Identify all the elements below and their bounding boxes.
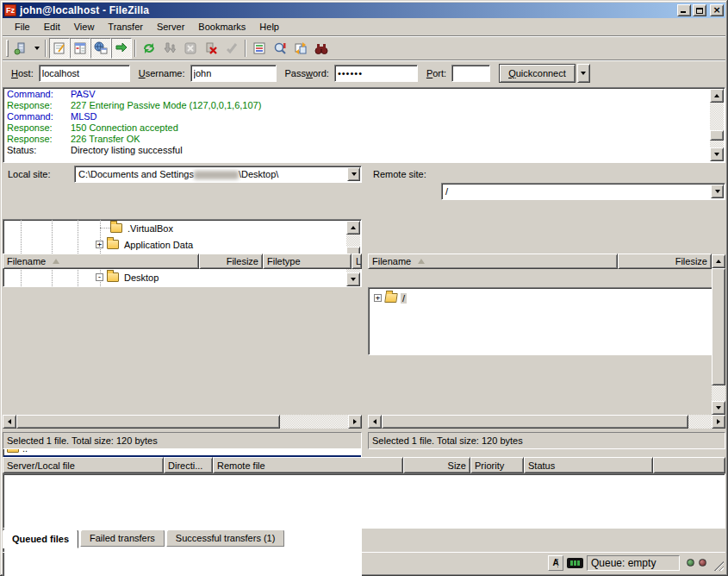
scroll-down-icon [716, 406, 721, 410]
remote-site-combo[interactable]: / [441, 183, 725, 200]
scroll-down-icon [351, 278, 356, 281]
process-queue-button[interactable] [159, 38, 180, 59]
menu-file[interactable]: File [8, 20, 37, 34]
scroll-right-button[interactable] [712, 415, 725, 429]
tab-failed-transfers[interactable]: Failed transfers [80, 529, 165, 547]
minimize-button[interactable] [677, 4, 691, 16]
menu-help[interactable]: Help [252, 20, 286, 34]
toggle-local-tree-button[interactable] [70, 38, 90, 59]
scroll-down-button[interactable] [710, 147, 724, 161]
log-label: Response: [3, 100, 71, 111]
column-header-filesize[interactable]: Filesize [199, 254, 263, 269]
message-log[interactable]: Command:PASV Response:227 Entering Passi… [3, 87, 725, 163]
scroll-up-button[interactable] [346, 221, 360, 235]
title-bar[interactable]: Fz john@localhost - FileZilla × [3, 3, 725, 18]
column-header-server-local-file[interactable]: Server/Local file [3, 457, 164, 473]
reconnect-button[interactable] [221, 38, 242, 59]
vertical-pane-splitter[interactable] [362, 166, 368, 449]
log-label: Response: [3, 134, 71, 145]
dropdown-arrow-icon [581, 72, 586, 75]
menu-server[interactable]: Server [150, 20, 191, 34]
toggle-message-log-button[interactable] [49, 38, 70, 59]
tree-item-label: Desktop [122, 272, 160, 283]
remote-site-dropdown-button[interactable] [711, 185, 724, 198]
host-input[interactable] [39, 65, 130, 82]
synchronized-browsing-button[interactable] [290, 38, 311, 59]
scrollbar-thumb[interactable] [382, 415, 688, 429]
directory-comparison-button[interactable] [270, 38, 290, 59]
transfer-queue-list[interactable] [3, 473, 725, 529]
username-input[interactable] [190, 65, 277, 82]
log-text: PASV [71, 89, 96, 100]
column-header-priority[interactable]: Priority [470, 457, 524, 473]
local-site-path: C:\Documents and Settings\Desktop\ [78, 169, 278, 179]
refresh-button[interactable] [139, 38, 159, 59]
scroll-left-button[interactable] [3, 415, 16, 429]
filezilla-window: Fz john@localhost - FileZilla × File Edi… [0, 0, 728, 576]
scrollbar-thumb[interactable] [710, 130, 724, 141]
tab-successful-transfers[interactable]: Successful transfers (1) [166, 529, 285, 547]
scroll-down-button[interactable] [346, 272, 360, 286]
remote-tree[interactable]: + / [368, 287, 725, 355]
port-input[interactable] [451, 65, 490, 82]
tree-item-root[interactable]: + / [374, 290, 407, 306]
toggle-remote-tree-button[interactable] [90, 38, 111, 59]
menu-transfer[interactable]: Transfer [101, 20, 150, 34]
column-header-status[interactable]: Status [524, 457, 653, 473]
local-site-combo[interactable]: C:\Documents and Settings\Desktop\ [74, 166, 362, 183]
column-header-size[interactable]: Size [403, 457, 470, 473]
collapse-icon[interactable]: - [96, 273, 103, 281]
local-horizontal-scrollbar[interactable] [3, 415, 362, 429]
tree-item-desktop[interactable]: - Desktop [96, 269, 160, 285]
expand-icon[interactable]: + [374, 294, 382, 302]
scrollbar-thumb[interactable] [16, 415, 280, 429]
menu-edit[interactable]: Edit [37, 20, 67, 34]
remote-horizontal-scrollbar[interactable] [368, 415, 725, 429]
scroll-left-icon [8, 419, 11, 424]
close-button[interactable]: × [710, 4, 724, 16]
scroll-left-button[interactable] [368, 415, 382, 429]
password-label: Password: [285, 68, 329, 78]
window-resize-grip[interactable] [712, 560, 724, 571]
menu-bookmarks[interactable]: Bookmarks [191, 20, 252, 34]
column-header-direction[interactable]: Directi... [164, 457, 213, 473]
scroll-up-button[interactable] [712, 254, 725, 268]
column-header-last-modified[interactable]: L [352, 254, 362, 269]
tree-item-virtualbox[interactable]: .VirtualBox [110, 220, 175, 236]
log-vertical-scrollbar[interactable] [710, 89, 724, 161]
tree-item-application-data[interactable]: + Application Data [96, 236, 195, 253]
scroll-down-button[interactable] [712, 401, 725, 415]
toolbar-separator [245, 40, 246, 57]
expand-icon[interactable]: + [96, 241, 103, 248]
data-type-indicator-icon[interactable]: A [548, 555, 563, 571]
activity-led-red [699, 559, 706, 567]
cancel-button[interactable] [180, 38, 201, 59]
scrollbar-thumb[interactable] [712, 268, 725, 385]
site-manager-button[interactable] [10, 38, 31, 59]
filter-button[interactable] [249, 38, 270, 59]
remote-vertical-scrollbar[interactable] [712, 254, 725, 415]
password-input[interactable] [334, 65, 418, 82]
local-site-dropdown-button[interactable] [347, 167, 360, 181]
column-header-filename[interactable]: Filename [368, 254, 618, 269]
column-header-remote-file[interactable]: Remote file [213, 457, 403, 473]
remote-list-header: Filename Filesize [368, 254, 712, 269]
find-files-button[interactable] [311, 38, 332, 59]
column-header-filename[interactable]: Filename [3, 254, 199, 269]
column-header-filetype[interactable]: Filetype [263, 254, 352, 269]
speed-limits-icon[interactable] [567, 558, 583, 568]
disconnect-button[interactable] [201, 38, 221, 59]
maximize-button[interactable] [693, 4, 706, 16]
maximize-icon [696, 8, 703, 14]
scroll-right-button[interactable] [348, 415, 362, 429]
toolbar-grip[interactable] [6, 40, 9, 57]
toggle-transfer-queue-button[interactable] [111, 38, 132, 59]
tab-queued-files[interactable]: Queued files [3, 529, 78, 548]
menu-view[interactable]: View [67, 20, 102, 34]
scroll-up-button[interactable] [710, 89, 724, 103]
quickconnect-dropdown-button[interactable] [577, 64, 590, 83]
column-header-filesize[interactable]: Filesize [618, 254, 712, 269]
site-manager-dropdown-button[interactable] [31, 38, 42, 59]
quickconnect-button[interactable]: Quickconnect [499, 64, 576, 83]
scrollbar-track[interactable] [710, 103, 724, 147]
